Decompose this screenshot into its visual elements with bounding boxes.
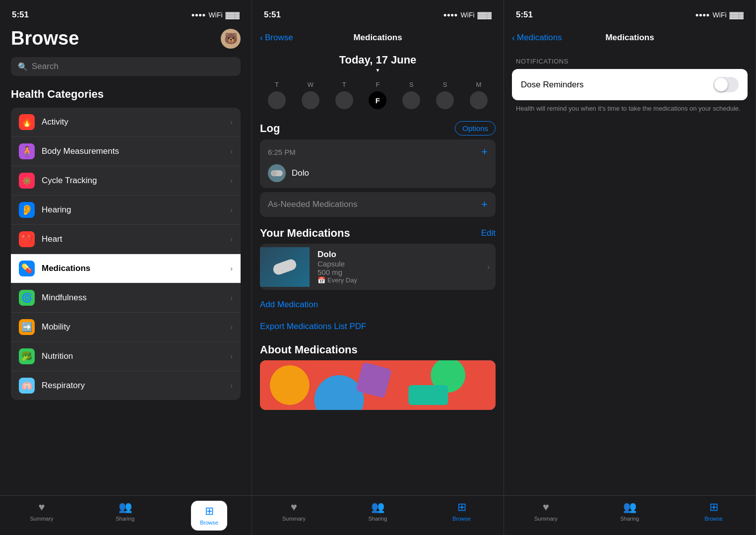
category-item-medications[interactable]: 💊 Medications › [11,254,241,283]
chevron-icon-nutrition: › [230,352,233,360]
category-item-activity[interactable]: 🔥 Activity › [11,108,241,137]
tab-bar-1: ♥ Summary 👥 Sharing ⊞ Browse [0,495,252,535]
tab-browse-3[interactable]: ⊞ Browse [696,501,731,522]
summary-tab-label-2: Summary [282,516,306,522]
nutrition-icon: 🥦 [19,348,35,364]
week-circle-m[interactable] [470,91,488,109]
nav-title-2: Medications [353,33,402,43]
date-header: Today, 17 June ▼ [252,48,504,77]
svg-rect-1 [271,170,277,176]
category-item-cycle-tracking[interactable]: ✳️ Cycle Tracking › [11,166,241,196]
week-day-t2: T [333,81,355,109]
edit-button[interactable]: Edit [481,228,496,238]
status-time-2: 5:51 [264,10,281,20]
browse-tab-label-2: Browse [452,516,471,522]
back-button-3[interactable]: ‹ Medications [512,33,562,43]
chevron-icon-hearing: › [230,206,233,214]
med-name: Dolo [317,250,479,260]
back-label-3: Medications [517,33,562,43]
tab-browse-1[interactable]: ⊞ Browse [191,501,227,531]
nav-bar-2: ‹ Browse Medications [252,26,504,48]
week-circle-t2[interactable] [335,91,353,109]
health-categories-title: Health Categories [11,88,241,101]
date-display: Today, 17 June [252,54,504,67]
tab-summary-2[interactable]: ♥ Summary [277,501,312,522]
tab-summary-3[interactable]: ♥ Summary [529,501,564,522]
tab-sharing-1[interactable]: 👥 Sharing [108,501,142,522]
chevron-icon-mindfulness: › [230,294,233,302]
week-label-s1: S [409,81,414,88]
med-frequency: 📅 Every Day [317,276,479,284]
your-meds-header: Your Medications Edit [252,221,504,244]
export-pdf-link[interactable]: Export Medications List PDF [252,316,504,337]
nav-bar-3: ‹ Medications Medications [504,26,756,48]
back-chevron-icon-3: ‹ [512,33,515,43]
tab-browse-2[interactable]: ⊞ Browse [444,501,479,522]
week-circle-f[interactable]: F [369,91,386,109]
sharing-tab-label: Sharing [116,516,134,522]
status-bar-3: 5:51 ●●●● WiFi ▓▓▓ [504,0,756,26]
status-time-1: 5:51 [12,10,29,20]
category-item-mindfulness[interactable]: 🌀 Mindfulness › [11,283,241,313]
as-needed-add-button[interactable]: + [481,198,488,211]
browse-header: Browse 🐻 [11,26,241,49]
med-card-info: Dolo Capsule 500 mg 📅 Every Day [310,244,487,290]
sharing-tab-icon-2: 👥 [371,501,384,514]
week-circle-s2[interactable] [436,91,454,109]
med-card-dolo[interactable]: Dolo Capsule 500 mg 📅 Every Day › [260,244,496,290]
tab-sharing-3[interactable]: 👥 Sharing [613,501,647,522]
browse-tab-icon: ⊞ [200,505,218,518]
search-placeholder: Search [32,62,59,71]
dose-reminder-toggle[interactable] [713,77,739,92]
chevron-icon-medications: › [230,265,233,272]
avatar[interactable]: 🐻 [221,29,241,49]
mobility-icon: ➡️ [19,319,35,335]
tab-sharing-2[interactable]: 👥 Sharing [361,501,395,522]
search-icon: 🔍 [18,62,28,71]
search-bar[interactable]: 🔍 Search [11,57,241,76]
dose-reminder-label: Dose Reminders [521,80,584,90]
battery-icon-2: ▓▓▓ [478,11,492,19]
category-item-heart[interactable]: ❤️ Heart › [11,225,241,254]
as-needed-text: As-Needed Medications [268,200,357,209]
activity-icon: 🔥 [19,114,35,130]
week-day-f: F F [367,81,388,109]
browse-content: Browse 🐻 🔍 Search Health Categories 🔥 Ac… [0,26,252,495]
hearing-icon: 👂 [19,202,35,218]
summary-tab-icon-3: ♥ [543,501,549,514]
cycle-tracking-icon: ✳️ [19,173,35,189]
week-circle-t1[interactable] [268,91,286,109]
week-day-s1: S [400,81,422,109]
category-label-heart: Heart [42,234,230,244]
sharing-tab-label-3: Sharing [621,516,639,522]
category-item-mobility[interactable]: ➡️ Mobility › [11,313,241,342]
week-label-t1: T [275,81,279,88]
status-bar-1: 5:51 ●●●● WiFi ▓▓▓ [0,0,252,26]
sharing-tab-label-2: Sharing [369,516,387,522]
category-label-hearing: Hearing [42,205,230,215]
category-label-medications: Medications [42,264,230,273]
browse-tab-label: Browse [200,520,218,526]
medications-content: Today, 17 June ▼ T W T F F S [252,48,504,517]
add-medication-link[interactable]: Add Medication [252,294,504,316]
week-circle-s1[interactable] [402,91,420,109]
category-item-nutrition[interactable]: 🥦 Nutrition › [11,342,241,371]
svg-point-3 [270,365,310,405]
med-frequency-text: Every Day [327,276,357,284]
panel-browse: 5:51 ●●●● WiFi ▓▓▓ Browse 🐻 🔍 Search Hea… [0,0,252,535]
wifi-icon-2: WiFi [461,11,475,19]
dose-reminders-content: Notifications Dose Reminders Health will… [504,48,756,517]
nav-title-3: Medications [605,33,654,43]
back-button-2[interactable]: ‹ Browse [260,33,293,43]
category-item-hearing[interactable]: 👂 Hearing › [11,196,241,225]
category-label-activity: Activity [42,117,230,127]
log-card: 6:25 PM + Dolo [260,139,496,188]
wifi-icon-3: WiFi [713,11,727,19]
log-add-button[interactable]: + [481,145,488,158]
category-label-body-measurements: Body Measurements [42,146,230,156]
category-item-body-measurements[interactable]: 🧍 Body Measurements › [11,137,241,166]
options-button[interactable]: Options [455,121,496,135]
week-circle-w[interactable] [302,91,319,109]
category-item-respiratory[interactable]: 🫁 Respiratory › [11,371,241,400]
tab-summary-1[interactable]: ♥ Summary [24,501,59,522]
